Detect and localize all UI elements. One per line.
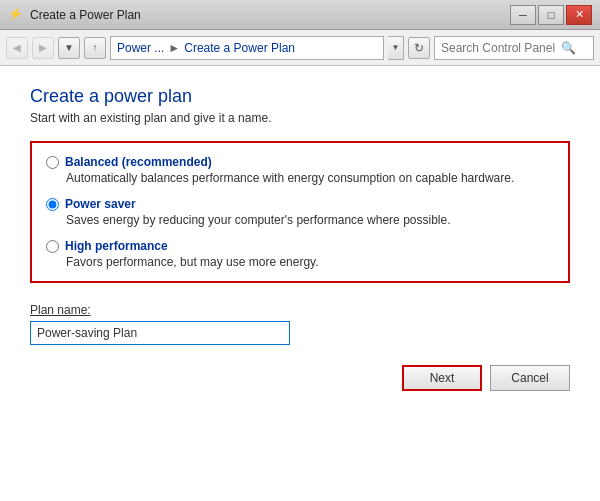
plan-name-input[interactable] xyxy=(30,321,290,345)
search-input[interactable] xyxy=(441,41,561,55)
radio-power-saver[interactable] xyxy=(46,198,59,211)
radio-balanced[interactable] xyxy=(46,156,59,169)
radio-high-performance[interactable] xyxy=(46,240,59,253)
plan-name-section: Plan name: xyxy=(30,303,570,345)
refresh-button[interactable]: ↻ xyxy=(408,37,430,59)
breadcrumb-path: Power ... ► Create a Power Plan xyxy=(110,36,384,60)
breadcrumb-create-power-plan[interactable]: Create a Power Plan xyxy=(184,41,295,55)
app-icon: ⚡ xyxy=(8,7,24,23)
plan-option-high-performance-header: High performance xyxy=(46,239,554,253)
plan-option-high-performance: High performance Favors performance, but… xyxy=(46,239,554,269)
plan-name-label: Plan name: xyxy=(30,303,570,317)
dropdown-nav-button[interactable]: ▼ xyxy=(58,37,80,59)
breadcrumb-power[interactable]: Power ... xyxy=(117,41,164,55)
power-saver-desc: Saves energy by reducing your computer's… xyxy=(66,213,554,227)
plan-option-balanced-header: Balanced (recommended) xyxy=(46,155,554,169)
main-content: Create a power plan Start with an existi… xyxy=(0,66,600,411)
address-bar: ◀ ▶ ▼ ↑ Power ... ► Create a Power Plan … xyxy=(0,30,600,66)
maximize-button[interactable]: □ xyxy=(538,5,564,25)
plan-option-power-saver-header: Power saver xyxy=(46,197,554,211)
page-title: Create a power plan xyxy=(30,86,570,107)
high-performance-label[interactable]: High performance xyxy=(65,239,168,253)
plan-options-box: Balanced (recommended) Automatically bal… xyxy=(30,141,570,283)
button-row: Next Cancel xyxy=(30,365,570,391)
title-bar: ⚡ Create a Power Plan ─ □ ✕ xyxy=(0,0,600,30)
plan-option-balanced: Balanced (recommended) Automatically bal… xyxy=(46,155,554,185)
next-button[interactable]: Next xyxy=(402,365,482,391)
back-button[interactable]: ◀ xyxy=(6,37,28,59)
minimize-button[interactable]: ─ xyxy=(510,5,536,25)
plan-option-power-saver: Power saver Saves energy by reducing you… xyxy=(46,197,554,227)
title-bar-left: ⚡ Create a Power Plan xyxy=(8,7,141,23)
search-box[interactable]: 🔍 xyxy=(434,36,594,60)
up-button[interactable]: ↑ xyxy=(84,37,106,59)
breadcrumb-separator: ► xyxy=(168,41,180,55)
cancel-button[interactable]: Cancel xyxy=(490,365,570,391)
title-bar-controls: ─ □ ✕ xyxy=(510,5,592,25)
close-button[interactable]: ✕ xyxy=(566,5,592,25)
page-subtitle: Start with an existing plan and give it … xyxy=(30,111,570,125)
window-title: Create a Power Plan xyxy=(30,8,141,22)
balanced-label[interactable]: Balanced (recommended) xyxy=(65,155,212,169)
forward-button[interactable]: ▶ xyxy=(32,37,54,59)
address-dropdown-button[interactable]: ▼ xyxy=(388,36,404,60)
balanced-desc: Automatically balances performance with … xyxy=(66,171,554,185)
power-saver-label[interactable]: Power saver xyxy=(65,197,136,211)
high-performance-desc: Favors performance, but may use more ene… xyxy=(66,255,554,269)
search-icon: 🔍 xyxy=(561,41,576,55)
